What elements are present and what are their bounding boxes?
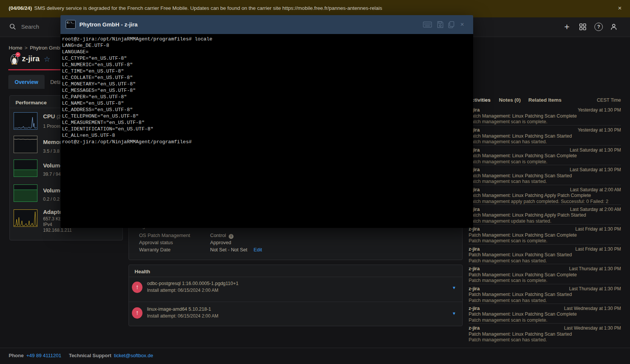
detail-value: Approved <box>210 240 231 245</box>
activity-entry: z-jira Last Wednesday at 1:30 PM Patch M… <box>469 304 621 323</box>
breadcrumb-home[interactable]: Home <box>9 45 22 51</box>
activity-list: z-jira Yesterday at 1:30 PM Patch Manage… <box>469 105 621 343</box>
activity-description: Patch management scan is complete. <box>469 159 621 165</box>
activity-entry: z-jira Last Saturday at 1:30 PM Patch Ma… <box>469 145 621 165</box>
activity-device[interactable]: z-jira <box>469 266 480 272</box>
health-install-attempt: Install attempt: 06/15/2024 2:00 AM <box>147 288 218 293</box>
activity-device[interactable]: z-jira <box>469 246 480 252</box>
activity-title: Patch Management: Linux Patching Scan St… <box>469 133 621 139</box>
device-offline-badge: − <box>15 52 20 57</box>
activity-description: Patch management scan is complete. <box>469 119 621 125</box>
health-package-name: linux-image-amd64 5.10.218-1 <box>147 307 211 312</box>
footer-support-email[interactable]: ticket@softbox.de <box>114 353 153 358</box>
activity-title: Patch Management: Linux Patching Scan Co… <box>469 153 621 159</box>
activity-entry: z-jira Last Friday at 1:30 PM Patch Mana… <box>469 224 621 244</box>
keyboard-icon[interactable] <box>423 20 432 29</box>
adapter-ip: 192.168.1.211 <box>43 228 72 233</box>
activity-device[interactable]: z-jira <box>469 306 480 312</box>
volume2-sparkline[interactable] <box>14 184 37 202</box>
detail-row-os-patch: OS Patch Management Controli <box>139 232 190 239</box>
search-placeholder: Search <box>21 23 39 30</box>
activity-timestamp: Yesterday at 1:30 PM <box>578 107 621 113</box>
activity-timestamp: Last Thursday at 1:30 PM <box>569 266 621 272</box>
activity-timestamp: Last Thursday at 1:30 PM <box>569 286 621 292</box>
health-title: Health <box>135 269 150 274</box>
activity-entry: z-jira Last Thursday at 1:30 PM Patch Ma… <box>469 284 621 304</box>
activity-timestamp: Last Saturday at 2:00 AM <box>570 187 621 193</box>
activity-title: Patch Management: Linux Patching Apply P… <box>469 193 621 199</box>
add-button[interactable]: + <box>562 22 572 32</box>
activity-entry: z-jira Yesterday at 1:30 PM Patch Manage… <box>469 125 621 145</box>
search-input[interactable]: Search <box>9 23 39 30</box>
activity-title: Patch Management: Linux Patching Scan St… <box>469 331 621 338</box>
activity-title: Patch Management: Linux Patching Scan St… <box>469 173 621 179</box>
activity-description: Patch management apply patch completed. … <box>469 199 621 205</box>
breadcrumb: Home>Phytron GmbH <box>9 45 63 51</box>
terminal-icon: C:\_ <box>66 20 76 29</box>
apps-button[interactable] <box>578 22 588 32</box>
edit-warranty-link[interactable]: Edit <box>254 247 262 252</box>
activity-device[interactable]: z-jira <box>469 286 480 292</box>
activity-entry: z-jira Last Saturday at 1:30 PM Patch Ma… <box>469 165 621 184</box>
activity-timestamp: Last Wednesday at 1:30 PM <box>564 306 621 312</box>
activity-title: Patch Management: Linux Patching Scan St… <box>469 292 621 298</box>
footer-phone-link[interactable]: +49 89 4111201 <box>26 353 61 358</box>
terminal-output: root@z-jira:/opt/NinjaRMMAgent/programfi… <box>62 36 473 145</box>
activity-timestamp: Last Friday at 1:30 PM <box>575 226 621 232</box>
activity-entry: z-jira Last Friday at 1:30 PM Patch Mana… <box>469 244 621 264</box>
save-icon[interactable] <box>436 20 445 29</box>
announcement-date: (04/06/24) <box>9 5 32 11</box>
detail-value: Controli <box>210 232 234 239</box>
activity-entry: z-jira Last Wednesday at 1:30 PM Patch M… <box>469 323 621 343</box>
health-install-attempt: Install attempt: 06/15/2024 2:00 AM <box>147 313 218 319</box>
performance-title: Performance <box>15 100 47 105</box>
divider <box>129 277 462 277</box>
activity-title: Patch Management: Linux Patching Scan Co… <box>469 113 621 119</box>
cpu-sparkline[interactable] <box>14 112 37 130</box>
footer-phone-label: Phone <box>9 353 24 358</box>
tab-overview[interactable]: Overview <box>8 75 45 89</box>
copy-icon[interactable] <box>447 20 456 29</box>
health-panel: Health ↑ odbc-postgresql 1:16.00.0005-1.… <box>128 265 463 326</box>
volume1-sparkline[interactable] <box>14 160 37 177</box>
activity-timestamp: Yesterday at 1:30 PM <box>578 127 621 133</box>
user-menu-button[interactable] <box>609 22 619 32</box>
favorite-star-icon[interactable]: ☆ <box>44 55 50 64</box>
activity-description: Patch management scan is complete. <box>469 238 621 244</box>
activity-description: Patch management scan has started. <box>469 258 621 264</box>
expand-chevron-icon[interactable]: ▼ <box>452 285 456 290</box>
activity-timestamp: Last Saturday at 1:30 PM <box>570 167 621 173</box>
terminal-body[interactable]: root@z-jira:/opt/NinjaRMMAgent/programfi… <box>60 34 473 228</box>
activity-description: Patch management scan has started. <box>469 337 621 343</box>
pending-update-icon: ↑ <box>132 282 142 293</box>
announcement-message: SMS delivery service is degraded for the… <box>34 5 382 11</box>
detail-row-approval: Approval status Approved <box>139 240 173 246</box>
activity-description: Patch management update has started. <box>469 218 621 225</box>
breadcrumb-separator: > <box>25 45 28 51</box>
terminal-close-icon[interactable]: × <box>458 20 467 29</box>
breadcrumb-org[interactable]: Phytron GmbH <box>30 45 63 51</box>
activity-description: Patch management scan has started. <box>469 179 621 185</box>
adapter-sparkline[interactable] <box>14 209 37 227</box>
user-icon <box>610 23 618 31</box>
tab-notes[interactable]: Notes (0) <box>499 97 521 103</box>
activity-device[interactable]: z-jira <box>469 325 480 331</box>
expand-chevron-icon[interactable]: ▼ <box>452 311 456 316</box>
detail-label: Warranty Date <box>139 247 170 252</box>
terminal-title: Phytron GmbH - z-jira <box>79 21 138 28</box>
terminal-titlebar[interactable]: C:\_ Phytron GmbH - z-jira × <box>60 15 473 34</box>
tab-related-items[interactable]: Related Items <box>528 97 562 103</box>
activity-description: Patch management scan is complete. <box>469 318 621 324</box>
help-button[interactable]: ? <box>594 22 604 32</box>
memory-sparkline[interactable] <box>14 136 37 153</box>
activity-entry: z-jira Yesterday at 1:30 PM Patch Manage… <box>469 105 621 125</box>
close-icon[interactable]: × <box>618 5 622 12</box>
divider <box>129 302 462 302</box>
detail-value: Not Set - Not Set <box>210 247 247 252</box>
app-window: (04/06/24)SMS delivery service is degrad… <box>0 0 630 364</box>
activity-title: Patch Management: Linux Patching Scan St… <box>469 252 621 258</box>
info-icon[interactable]: i <box>229 234 234 239</box>
activity-timestamp: Last Saturday at 1:30 PM <box>570 147 621 153</box>
plus-icon: + <box>564 22 570 32</box>
timezone-label: CEST Time <box>597 98 621 103</box>
